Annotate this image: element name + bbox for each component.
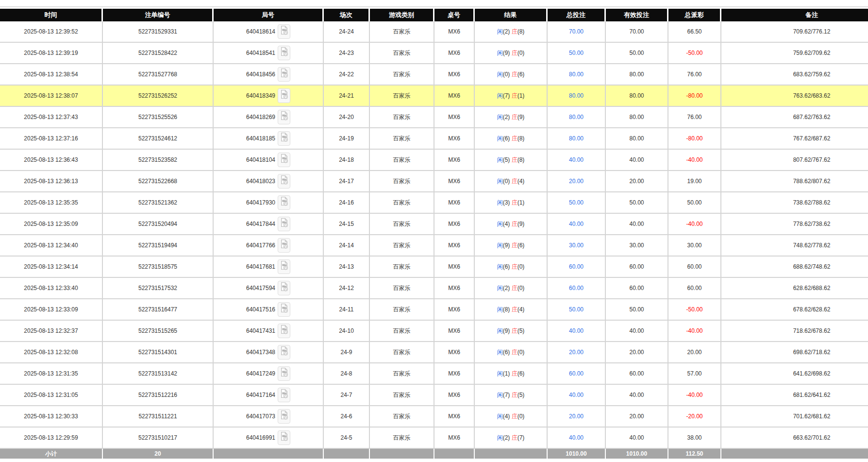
note-cell: 788.62/807.62	[721, 171, 868, 192]
note-cell: 663.62/701.62	[721, 428, 868, 449]
note-cell: 718.62/678.62	[721, 321, 868, 342]
player-result-value: (0)	[503, 71, 510, 78]
video-replay-icon[interactable]	[278, 153, 290, 167]
subtotal-total-bet: 1010.00	[548, 449, 606, 461]
table-no-cell: MX6	[434, 363, 475, 385]
player-result-value: (2)	[503, 285, 510, 291]
round-cell: 640416991	[214, 428, 324, 449]
bet-id-cell: 522731528422	[103, 43, 214, 64]
player-result-value: (6)	[503, 135, 510, 142]
payout-cell: 38.00	[668, 428, 721, 449]
session-cell: 24-5	[324, 428, 370, 449]
session-cell: 24-10	[324, 321, 370, 342]
table-row[interactable]: 2025-08-13 12:32:08 522731514301 6404173…	[0, 342, 868, 363]
round-id: 640417766	[246, 242, 275, 249]
subtotal-empty-result	[475, 449, 548, 461]
video-replay-icon[interactable]	[278, 430, 290, 445]
table-row[interactable]: 2025-08-13 12:38:07 522731526252 6404183…	[0, 86, 868, 107]
video-replay-icon[interactable]	[278, 24, 290, 39]
game-type-cell: 百家乐	[370, 214, 434, 235]
total-bet-cell: 70.00	[548, 21, 606, 43]
total-bet-cell: 40.00	[548, 428, 606, 449]
session-cell: 24-8	[324, 363, 370, 385]
valid-bet-cell: 40.00	[606, 428, 668, 449]
result-cell: 闲(7) 庄(1)	[475, 86, 548, 107]
valid-bet-cell: 70.00	[606, 21, 668, 43]
banker-result-label: 庄	[512, 50, 517, 56]
video-replay-icon[interactable]	[278, 67, 290, 82]
table-row[interactable]: 2025-08-13 12:36:43 522731523582 6404181…	[0, 150, 868, 171]
note-cell: 687.62/763.62	[721, 107, 868, 128]
table-row[interactable]: 2025-08-13 12:33:09 522731516477 6404175…	[0, 299, 868, 321]
video-replay-icon[interactable]	[278, 409, 290, 424]
payout-cell: -80.00	[668, 128, 721, 150]
time-cell: 2025-08-13 12:34:40	[0, 235, 103, 257]
note-cell: 767.62/687.62	[721, 128, 868, 150]
table-no-cell: MX6	[434, 150, 475, 171]
player-result-value: (9)	[503, 327, 510, 334]
game-type-cell: 百家乐	[370, 385, 434, 406]
video-replay-icon[interactable]	[278, 281, 290, 295]
video-replay-icon[interactable]	[278, 110, 290, 124]
col-header-result: 结果	[475, 9, 548, 21]
bet-id-cell: 522731519494	[103, 235, 214, 257]
game-type-cell: 百家乐	[370, 150, 434, 171]
player-result-label: 闲	[497, 71, 503, 78]
result-cell: 闲(6) 庄(8)	[475, 128, 548, 150]
time-cell: 2025-08-13 12:31:05	[0, 385, 103, 406]
bet-id-cell: 522731521362	[103, 192, 214, 214]
valid-bet-cell: 80.00	[606, 128, 668, 150]
total-bet-cell: 60.00	[548, 257, 606, 278]
table-row[interactable]: 2025-08-13 12:30:33 522731511221 6404170…	[0, 406, 868, 428]
table-row[interactable]: 2025-08-13 12:35:09 522731520494 6404178…	[0, 214, 868, 235]
table-row[interactable]: 2025-08-13 12:39:19 522731528422 6404185…	[0, 43, 868, 64]
table-row[interactable]: 2025-08-13 12:37:16 522731524612 6404181…	[0, 128, 868, 150]
video-replay-icon[interactable]	[278, 324, 290, 338]
result-cell: 闲(4) 庄(0)	[475, 406, 548, 428]
table-row[interactable]: 2025-08-13 12:34:40 522731519494 6404177…	[0, 235, 868, 257]
table-row[interactable]: 2025-08-13 12:31:05 522731512216 6404171…	[0, 385, 868, 406]
session-cell: 24-9	[324, 342, 370, 363]
round-cell: 640417516	[214, 299, 324, 321]
payout-cell: 76.00	[668, 64, 721, 86]
col-header-bet-id: 注单编号	[103, 9, 214, 21]
table-row[interactable]: 2025-08-13 12:36:13 522731522668 6404180…	[0, 171, 868, 192]
player-result-value: (3)	[503, 199, 510, 206]
video-replay-icon[interactable]	[278, 388, 290, 402]
video-replay-icon[interactable]	[278, 259, 290, 274]
table-row[interactable]: 2025-08-13 12:31:35 522731513142 6404172…	[0, 363, 868, 385]
video-replay-icon[interactable]	[278, 174, 290, 188]
table-row[interactable]: 2025-08-13 12:32:37 522731515265 6404174…	[0, 321, 868, 342]
total-bet-cell: 80.00	[548, 86, 606, 107]
table-row[interactable]: 2025-08-13 12:35:35 522731521362 6404179…	[0, 192, 868, 214]
video-replay-icon[interactable]	[278, 217, 290, 231]
video-replay-icon[interactable]	[278, 345, 290, 359]
video-replay-icon[interactable]	[278, 238, 290, 253]
session-cell: 24-22	[324, 64, 370, 86]
round-cell: 640417073	[214, 406, 324, 428]
video-replay-icon[interactable]	[278, 46, 290, 60]
round-cell: 640418104	[214, 150, 324, 171]
round-cell: 640417249	[214, 363, 324, 385]
table-row[interactable]: 2025-08-13 12:38:54 522731527768 6404184…	[0, 64, 868, 86]
video-replay-icon[interactable]	[278, 302, 290, 317]
video-replay-icon[interactable]	[278, 366, 290, 381]
valid-bet-cell: 60.00	[606, 278, 668, 299]
video-replay-icon[interactable]	[278, 131, 290, 146]
subtotal-total-payout: 112.50	[668, 449, 721, 461]
banker-result-value: (5)	[517, 392, 525, 398]
result-cell: 闲(6) 庄(0)	[475, 257, 548, 278]
player-result-value: (9)	[503, 50, 510, 56]
table-row[interactable]: 2025-08-13 12:33:40 522731517532 6404175…	[0, 278, 868, 299]
banker-result-value: (8)	[517, 28, 525, 35]
banker-result-value: (0)	[517, 413, 525, 420]
table-row[interactable]: 2025-08-13 12:39:52 522731529331 6404186…	[0, 21, 868, 43]
video-replay-icon[interactable]	[278, 195, 290, 210]
bet-id-cell: 522731520494	[103, 214, 214, 235]
table-row[interactable]: 2025-08-13 12:37:43 522731525526 6404182…	[0, 107, 868, 128]
table-row[interactable]: 2025-08-13 12:29:59 522731510217 6404169…	[0, 428, 868, 449]
result-cell: 闲(6) 庄(0)	[475, 342, 548, 363]
col-header-round-id: 局号	[214, 9, 324, 21]
video-replay-icon[interactable]	[278, 88, 290, 103]
table-row[interactable]: 2025-08-13 12:34:14 522731518575 6404176…	[0, 257, 868, 278]
